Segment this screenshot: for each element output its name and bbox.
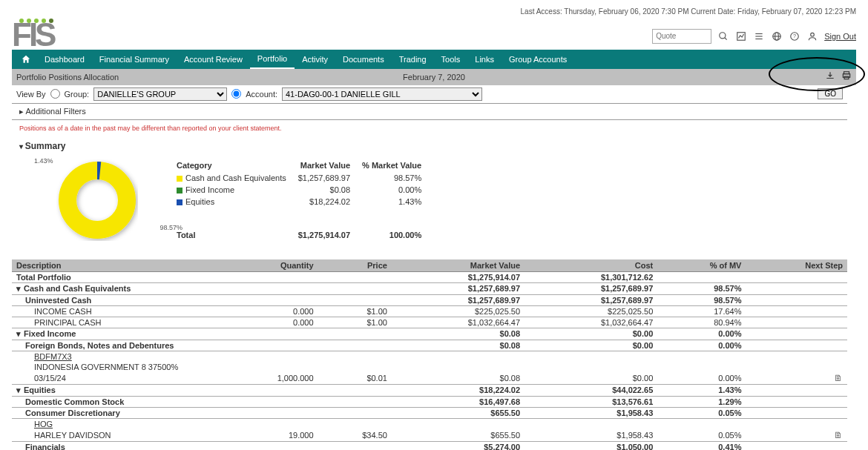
legend-total-label: Total (177, 208, 297, 240)
next-step-icon[interactable]: 🗎 (834, 430, 843, 440)
position-desc: INDONESIA GOVERNMENT 8 37500% (12, 362, 220, 372)
logo-text: FIS (12, 20, 53, 50)
nav-financial-summary[interactable]: Financial Summary (92, 50, 177, 69)
legend-row: Fixed Income (177, 185, 297, 195)
nav-links[interactable]: Links (467, 50, 502, 69)
account-select[interactable]: 41-DAG0-00-1 DANIELLE GILL (282, 87, 482, 101)
sub-header: Portfolio Positions Allocation February … (12, 69, 856, 85)
go-button[interactable]: GO (818, 88, 843, 99)
menu-icon[interactable] (753, 30, 765, 42)
group-select[interactable]: DANIELLE'S GROUP (93, 87, 227, 101)
donut-label-equities: 1.43% (34, 157, 53, 165)
print-icon[interactable] (841, 70, 852, 83)
svg-line-1 (725, 37, 727, 39)
legend-total-mv: $1,275,914.07 (298, 208, 361, 240)
position-desc: PRINCIPAL CASH (12, 317, 220, 328)
positions-table: DescriptionQuantityPriceMarket ValueCost… (12, 259, 847, 450)
expand-icon[interactable]: ▾ (16, 284, 24, 294)
search-icon[interactable] (717, 30, 729, 42)
legend-row: Cash and Cash Equivalents (177, 173, 297, 183)
legend-col-category: Category (177, 159, 297, 171)
nav-activity[interactable]: Activity (295, 50, 335, 69)
account-label: Account: (246, 90, 277, 99)
download-icon[interactable] (825, 70, 835, 83)
allocation-legend-table: Category Market Value % Market Value Cas… (175, 158, 433, 242)
home-icon[interactable] (15, 54, 37, 64)
nav-documents[interactable]: Documents (335, 50, 392, 69)
additional-filters-toggle[interactable]: Additional Filters (12, 104, 847, 120)
position-desc: HOG (12, 418, 220, 429)
position-desc: Financials (12, 441, 220, 450)
help-icon[interactable]: ? (789, 30, 800, 42)
summary-toggle[interactable]: Summary (12, 136, 847, 156)
col-next-step: Next Step (746, 259, 847, 272)
col-cost: Cost (525, 259, 657, 272)
logo: FIS (12, 19, 53, 50)
nav-group-accounts[interactable]: Group Accounts (502, 50, 574, 69)
position-desc: Domestic Common Stock (12, 396, 220, 407)
nav-portfolio[interactable]: Portfolio (250, 50, 295, 69)
position-desc: ▾Fixed Income (12, 328, 220, 340)
chart-icon[interactable] (735, 30, 747, 42)
main-nav: DashboardFinancial SummaryAccount Review… (12, 50, 856, 69)
page-title: Portfolio Positions Allocation (16, 73, 119, 82)
position-desc: Total Portfolio (12, 271, 220, 282)
nav-dashboard[interactable]: Dashboard (37, 50, 92, 69)
next-step-icon[interactable]: 🗎 (834, 373, 843, 383)
svg-text:?: ? (793, 33, 796, 39)
group-radio[interactable] (50, 89, 60, 99)
expand-icon[interactable]: ▾ (16, 329, 24, 339)
position-desc: BDFM7X3 (12, 351, 220, 362)
globe-icon[interactable] (771, 30, 783, 42)
legend-row: Equities (177, 196, 297, 207)
col-market-value: Market Value (392, 259, 525, 272)
donut-label-cash: 98.57% (160, 224, 183, 231)
position-desc: Foreign Bonds, Notes and Debentures (12, 340, 220, 351)
svg-point-0 (720, 32, 726, 38)
nav-trading[interactable]: Trading (392, 50, 434, 69)
legend-total-pct: 100.00% (362, 208, 432, 240)
position-desc: HARLEY DAVIDSON (12, 429, 220, 442)
quote-input[interactable] (652, 29, 711, 44)
col-description: Description (12, 259, 220, 272)
col-price: Price (318, 259, 392, 272)
nav-tools[interactable]: Tools (434, 50, 468, 69)
group-label: Group: (65, 90, 90, 99)
account-radio[interactable] (231, 89, 241, 99)
legend-col-pct: % Market Value (362, 159, 432, 171)
sign-out-link[interactable]: Sign Out (824, 32, 856, 41)
svg-point-15 (68, 171, 127, 230)
disclaimer-text: Positions as of a date in the past may b… (12, 120, 847, 136)
position-desc: ▾Equities (12, 384, 220, 396)
position-desc: Consumer Discretionary (12, 407, 220, 418)
page-date: February 7, 2020 (403, 73, 465, 82)
svg-point-11 (811, 33, 815, 36)
position-desc: ▾Cash and Cash Equivalents (12, 282, 220, 294)
view-by-label: View By (16, 90, 46, 99)
allocation-donut-chart: 1.43% 98.57% (34, 156, 160, 245)
user-icon[interactable] (806, 30, 818, 42)
last-access-text: Last Access: Thursday, February 06, 2020… (12, 7, 856, 19)
nav-account-review[interactable]: Account Review (177, 50, 250, 69)
col-quantity: Quantity (220, 259, 318, 272)
expand-icon[interactable]: ▾ (16, 386, 24, 395)
position-desc: 03/15/24 (12, 372, 220, 385)
position-desc: INCOME CASH (12, 305, 220, 317)
legend-col-mv: Market Value (298, 159, 361, 171)
position-desc: Uninvested Cash (12, 294, 220, 305)
col--of-mv: % of MV (657, 259, 746, 272)
filter-bar: View By Group: DANIELLE'S GROUP Account:… (12, 85, 847, 104)
